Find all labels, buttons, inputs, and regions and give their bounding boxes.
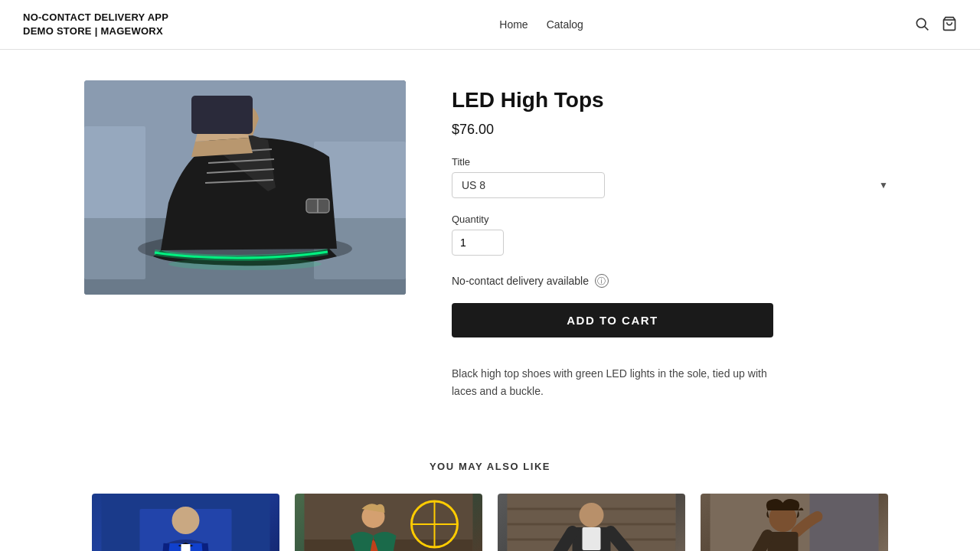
svg-point-18 bbox=[172, 507, 200, 534]
recommendations-title: YOU MAY ALSO LIKE bbox=[92, 461, 888, 472]
search-icon[interactable] bbox=[914, 16, 929, 34]
list-item[interactable] bbox=[92, 494, 279, 551]
no-contact-text: No-contact delivery available bbox=[452, 275, 589, 287]
list-item[interactable] bbox=[498, 494, 685, 551]
svg-point-15 bbox=[168, 258, 322, 270]
no-contact-row: No-contact delivery available ⓘ bbox=[452, 274, 896, 288]
rec-image-4 bbox=[701, 494, 888, 551]
list-item[interactable] bbox=[295, 494, 482, 551]
product-image-container bbox=[84, 80, 406, 295]
recommendations-section: YOU MAY ALSO LIKE bbox=[69, 445, 911, 551]
cart-icon[interactable] bbox=[942, 16, 957, 34]
product-description: Black high top shoes with green LED ligh… bbox=[452, 365, 773, 399]
recommendations-grid bbox=[92, 494, 888, 551]
product-price: $76.00 bbox=[452, 122, 896, 138]
product-details: LED High Tops $76.00 Title US 6 US 7 US … bbox=[452, 80, 896, 399]
quantity-input[interactable] bbox=[452, 230, 504, 256]
size-select[interactable]: US 6 US 7 US 8 US 9 US 10 US 11 bbox=[452, 172, 605, 198]
size-select-wrapper: US 6 US 7 US 8 US 9 US 10 US 11 ▼ bbox=[452, 172, 896, 198]
select-chevron-icon: ▼ bbox=[879, 180, 888, 191]
add-to-cart-button[interactable]: ADD TO CART bbox=[452, 303, 773, 337]
svg-point-0 bbox=[916, 18, 926, 28]
svg-point-34 bbox=[580, 503, 604, 527]
svg-line-1 bbox=[925, 26, 929, 30]
list-item[interactable] bbox=[701, 494, 888, 551]
rec-image-1 bbox=[92, 494, 279, 551]
info-icon[interactable]: ⓘ bbox=[595, 274, 609, 288]
svg-rect-36 bbox=[583, 527, 601, 550]
quantity-label: Quantity bbox=[452, 214, 896, 225]
site-header: NO-CONTACT DELIVERY APP DEMO STORE | MAG… bbox=[0, 0, 980, 50]
svg-rect-14 bbox=[191, 96, 253, 134]
nav-catalog[interactable]: Catalog bbox=[547, 18, 583, 31]
product-title: LED High Tops bbox=[452, 88, 896, 112]
product-page: LED High Tops $76.00 Title US 6 US 7 US … bbox=[69, 50, 911, 445]
svg-rect-20 bbox=[181, 544, 191, 551]
rec-image-3 bbox=[498, 494, 685, 551]
title-label: Title bbox=[452, 156, 896, 168]
nav-home[interactable]: Home bbox=[499, 18, 528, 31]
main-nav: Home Catalog bbox=[499, 18, 583, 31]
svg-rect-5 bbox=[84, 126, 145, 279]
site-logo: NO-CONTACT DELIVERY APP DEMO STORE | MAG… bbox=[23, 11, 168, 38]
product-image bbox=[84, 80, 406, 295]
header-actions bbox=[914, 16, 957, 34]
svg-rect-38 bbox=[810, 494, 879, 551]
rec-image-2 bbox=[295, 494, 482, 551]
